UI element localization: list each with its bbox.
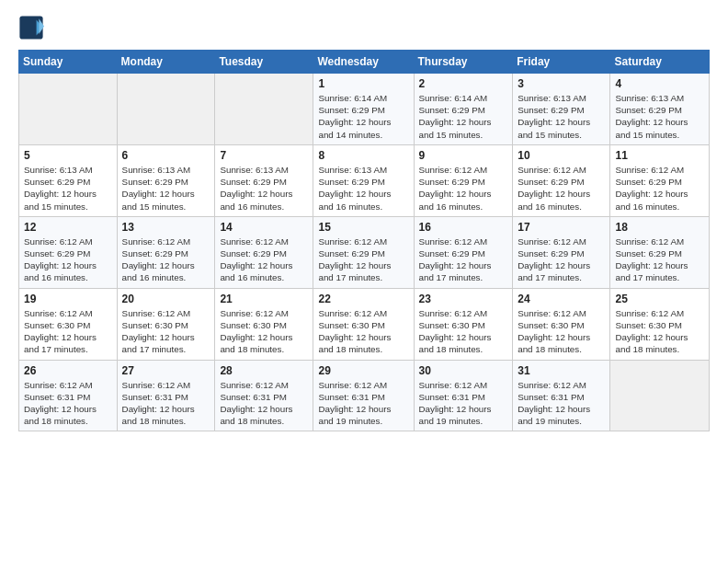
day-info: Sunrise: 6:13 AMSunset: 6:29 PMDaylight:… <box>24 164 112 213</box>
day-info: Sunrise: 6:14 AMSunset: 6:29 PMDaylight:… <box>318 92 408 141</box>
day-number: 17 <box>518 221 605 234</box>
day-cell: 12Sunrise: 6:12 AMSunset: 6:29 PMDayligh… <box>19 216 118 288</box>
day-cell: 30Sunrise: 6:12 AMSunset: 6:31 PMDayligh… <box>414 360 513 431</box>
day-info: Sunrise: 6:12 AMSunset: 6:29 PMDaylight:… <box>615 236 704 284</box>
header-cell-thursday: Thursday <box>414 51 513 74</box>
day-info: Sunrise: 6:12 AMSunset: 6:30 PMDaylight:… <box>318 307 408 356</box>
day-info: Sunrise: 6:12 AMSunset: 6:31 PMDaylight:… <box>122 379 210 428</box>
day-cell: 9Sunrise: 6:12 AMSunset: 6:29 PMDaylight… <box>414 144 513 216</box>
day-cell: 14Sunrise: 6:12 AMSunset: 6:29 PMDayligh… <box>215 216 313 288</box>
page: SundayMondayTuesdayWednesdayThursdayFrid… <box>0 0 728 563</box>
day-info: Sunrise: 6:12 AMSunset: 6:29 PMDaylight:… <box>518 164 605 213</box>
day-info: Sunrise: 6:12 AMSunset: 6:31 PMDaylight:… <box>318 379 408 428</box>
day-number: 10 <box>518 149 605 162</box>
day-info: Sunrise: 6:13 AMSunset: 6:29 PMDaylight:… <box>318 164 408 213</box>
day-number: 12 <box>24 221 112 234</box>
day-number: 18 <box>615 221 704 234</box>
day-number: 1 <box>318 77 408 90</box>
day-cell: 13Sunrise: 6:12 AMSunset: 6:29 PMDayligh… <box>117 216 215 288</box>
day-number: 14 <box>220 221 308 234</box>
day-number: 29 <box>318 364 408 377</box>
header-row: SundayMondayTuesdayWednesdayThursdayFrid… <box>19 51 710 74</box>
day-cell: 11Sunrise: 6:12 AMSunset: 6:29 PMDayligh… <box>610 144 710 216</box>
day-number: 20 <box>122 293 210 305</box>
day-number: 4 <box>615 77 704 90</box>
day-cell: 26Sunrise: 6:12 AMSunset: 6:31 PMDayligh… <box>19 360 118 431</box>
day-info: Sunrise: 6:12 AMSunset: 6:30 PMDaylight:… <box>122 307 210 356</box>
calendar-table: SundayMondayTuesdayWednesdayThursdayFrid… <box>18 50 710 431</box>
day-number: 9 <box>419 149 508 162</box>
day-number: 28 <box>220 364 308 377</box>
day-number: 5 <box>24 149 112 162</box>
day-number: 15 <box>318 221 408 234</box>
day-info: Sunrise: 6:12 AMSunset: 6:29 PMDaylight:… <box>518 236 605 284</box>
week-row-2: 5Sunrise: 6:13 AMSunset: 6:29 PMDaylight… <box>19 144 710 216</box>
day-cell: 16Sunrise: 6:12 AMSunset: 6:29 PMDayligh… <box>414 216 513 288</box>
day-number: 23 <box>419 293 508 305</box>
week-row-1: 1Sunrise: 6:14 AMSunset: 6:29 PMDaylight… <box>19 74 710 145</box>
day-info: Sunrise: 6:12 AMSunset: 6:31 PMDaylight:… <box>220 379 308 428</box>
day-info: Sunrise: 6:12 AMSunset: 6:29 PMDaylight:… <box>615 164 704 213</box>
day-number: 31 <box>518 364 605 377</box>
day-cell <box>117 74 215 145</box>
day-number: 3 <box>518 77 605 90</box>
logo <box>18 15 46 40</box>
day-info: Sunrise: 6:12 AMSunset: 6:30 PMDaylight:… <box>615 307 704 356</box>
day-cell: 29Sunrise: 6:12 AMSunset: 6:31 PMDayligh… <box>313 360 414 431</box>
day-cell: 6Sunrise: 6:13 AMSunset: 6:29 PMDaylight… <box>117 144 215 216</box>
day-cell: 31Sunrise: 6:12 AMSunset: 6:31 PMDayligh… <box>513 360 610 431</box>
day-cell: 27Sunrise: 6:12 AMSunset: 6:31 PMDayligh… <box>117 360 215 431</box>
day-info: Sunrise: 6:12 AMSunset: 6:31 PMDaylight:… <box>419 379 508 428</box>
day-number: 19 <box>24 293 112 305</box>
day-cell: 8Sunrise: 6:13 AMSunset: 6:29 PMDaylight… <box>313 144 414 216</box>
day-number: 21 <box>220 293 308 305</box>
day-cell: 1Sunrise: 6:14 AMSunset: 6:29 PMDaylight… <box>313 74 414 145</box>
day-cell: 25Sunrise: 6:12 AMSunset: 6:30 PMDayligh… <box>610 288 710 360</box>
day-cell: 19Sunrise: 6:12 AMSunset: 6:30 PMDayligh… <box>19 288 118 360</box>
day-number: 7 <box>220 149 308 162</box>
day-cell: 4Sunrise: 6:13 AMSunset: 6:29 PMDaylight… <box>610 74 710 145</box>
day-info: Sunrise: 6:13 AMSunset: 6:29 PMDaylight:… <box>122 164 210 213</box>
day-cell: 21Sunrise: 6:12 AMSunset: 6:30 PMDayligh… <box>215 288 313 360</box>
day-info: Sunrise: 6:13 AMSunset: 6:29 PMDaylight:… <box>518 92 605 141</box>
day-info: Sunrise: 6:12 AMSunset: 6:31 PMDaylight:… <box>518 379 605 428</box>
header-cell-friday: Friday <box>513 51 610 74</box>
day-cell: 20Sunrise: 6:12 AMSunset: 6:30 PMDayligh… <box>117 288 215 360</box>
day-cell: 3Sunrise: 6:13 AMSunset: 6:29 PMDaylight… <box>513 74 610 145</box>
day-info: Sunrise: 6:12 AMSunset: 6:30 PMDaylight:… <box>419 307 508 356</box>
day-info: Sunrise: 6:13 AMSunset: 6:29 PMDaylight:… <box>220 164 308 213</box>
header <box>18 15 710 40</box>
day-number: 16 <box>419 221 508 234</box>
day-number: 26 <box>24 364 112 377</box>
day-info: Sunrise: 6:12 AMSunset: 6:29 PMDaylight:… <box>220 236 308 284</box>
day-number: 13 <box>122 221 210 234</box>
day-cell <box>610 360 710 431</box>
day-number: 25 <box>615 293 704 305</box>
header-cell-saturday: Saturday <box>610 51 710 74</box>
day-cell: 23Sunrise: 6:12 AMSunset: 6:30 PMDayligh… <box>414 288 513 360</box>
day-info: Sunrise: 6:14 AMSunset: 6:29 PMDaylight:… <box>419 92 508 141</box>
day-cell: 17Sunrise: 6:12 AMSunset: 6:29 PMDayligh… <box>513 216 610 288</box>
week-row-5: 26Sunrise: 6:12 AMSunset: 6:31 PMDayligh… <box>19 360 710 431</box>
day-cell <box>19 74 118 145</box>
header-cell-wednesday: Wednesday <box>313 51 414 74</box>
day-number: 24 <box>518 293 605 305</box>
day-cell: 7Sunrise: 6:13 AMSunset: 6:29 PMDaylight… <box>215 144 313 216</box>
day-number: 2 <box>419 77 508 90</box>
day-info: Sunrise: 6:12 AMSunset: 6:30 PMDaylight:… <box>518 307 605 356</box>
day-cell: 5Sunrise: 6:13 AMSunset: 6:29 PMDaylight… <box>19 144 118 216</box>
day-cell: 10Sunrise: 6:12 AMSunset: 6:29 PMDayligh… <box>513 144 610 216</box>
week-row-3: 12Sunrise: 6:12 AMSunset: 6:29 PMDayligh… <box>19 216 710 288</box>
day-cell: 15Sunrise: 6:12 AMSunset: 6:29 PMDayligh… <box>313 216 414 288</box>
day-info: Sunrise: 6:12 AMSunset: 6:29 PMDaylight:… <box>419 164 508 213</box>
day-number: 8 <box>318 149 408 162</box>
day-cell: 28Sunrise: 6:12 AMSunset: 6:31 PMDayligh… <box>215 360 313 431</box>
day-info: Sunrise: 6:12 AMSunset: 6:30 PMDaylight:… <box>220 307 308 356</box>
header-cell-monday: Monday <box>117 51 215 74</box>
day-info: Sunrise: 6:12 AMSunset: 6:29 PMDaylight:… <box>24 236 112 284</box>
day-cell: 22Sunrise: 6:12 AMSunset: 6:30 PMDayligh… <box>313 288 414 360</box>
day-info: Sunrise: 6:12 AMSunset: 6:31 PMDaylight:… <box>24 379 112 428</box>
day-number: 6 <box>122 149 210 162</box>
day-info: Sunrise: 6:12 AMSunset: 6:30 PMDaylight:… <box>24 307 112 356</box>
day-cell: 24Sunrise: 6:12 AMSunset: 6:30 PMDayligh… <box>513 288 610 360</box>
